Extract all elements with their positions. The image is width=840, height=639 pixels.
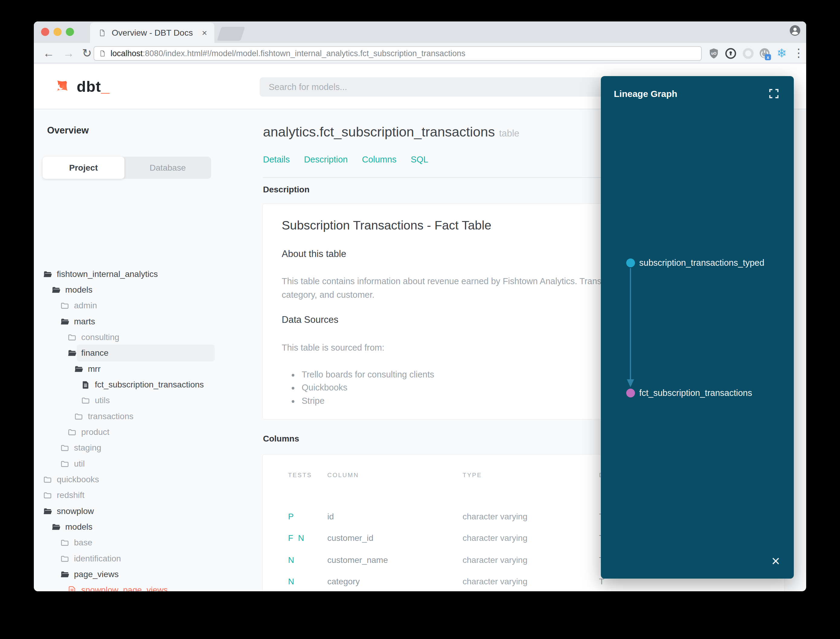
tree-item-quickbooks[interactable]: quickbooks [43,472,99,487]
tree-item-fct-subscription-transactions[interactable]: fct_subscription_transactions [81,377,204,392]
tree-item-models[interactable]: models [51,283,92,297]
tab-details[interactable]: Details [263,155,290,165]
folder-icon [67,333,77,342]
cell-column: category [327,577,360,587]
tree-item-identification[interactable]: identification [60,552,121,566]
model-file-icon [67,585,77,591]
folder-open-icon [43,507,52,516]
maximize-window-button[interactable] [66,28,74,36]
cell-column: customer_name [327,555,388,565]
page-favicon-icon [98,29,106,37]
cell-column: id [327,512,334,521]
address-bar[interactable]: localhost:8080/index.html#!/model/model.… [94,46,702,61]
tab-columns[interactable]: Columns [362,155,397,165]
folder-open-icon [67,348,77,358]
tree-item-product[interactable]: product [67,425,109,439]
model-tabs: Details Description Columns SQL [263,155,428,165]
bullet-icon [292,387,294,389]
page-icon [99,50,106,57]
lineage-node-subscription-transactions-typed[interactable]: subscription_transactions_typed [626,258,764,268]
tree-item-snowplow[interactable]: snowplow [43,504,94,518]
lineage-graph-panel: Lineage Graph subscription_transactions_… [601,76,794,579]
folder-open-icon [60,570,70,579]
tree-item-snowplow-page-views[interactable]: snowplow_page_views [67,583,168,591]
folder-open-icon [51,285,61,295]
folder-open-icon [74,364,83,374]
folder-icon [60,443,70,453]
browser-toolbar: ← → ↻ localhost:8080/index.html#!/model/… [34,43,806,64]
tree-item-admin[interactable]: admin [60,298,97,313]
tree-item-staging[interactable]: staging [60,440,101,455]
folder-open-icon [60,317,70,326]
cell-tests: F N [288,533,305,543]
tree-item-page-views[interactable]: page_views [60,567,119,582]
tree-item-transactions[interactable]: transactions [74,409,133,424]
ublock-extension-icon[interactable]: uO [708,48,720,59]
dbt-logo[interactable]: dbt_ [51,77,110,97]
source-list-item: Stripe [292,396,325,406]
tab-project[interactable]: Project [43,157,124,179]
url-host: localhost [111,49,143,58]
tree-item-util[interactable]: util [60,456,85,471]
tab-sql[interactable]: SQL [411,155,428,165]
close-tab-icon[interactable]: × [202,28,207,38]
folder-open-icon [51,523,61,532]
sidebar-title: Overview [47,125,89,136]
cell-tests: P [288,512,295,521]
snowflake-extension-icon[interactable]: ❄ [776,46,787,60]
tab-title: Overview - DBT Docs [112,28,198,38]
browser-menu-icon[interactable]: ⋮ [793,46,804,59]
tree-item-marts[interactable]: marts [60,315,95,329]
minimize-window-button[interactable] [54,28,62,36]
tree-item-snowplow-models[interactable]: models [51,520,92,534]
onepassword-extension-icon[interactable] [725,48,737,59]
cell-type: character varying [462,512,527,521]
node-dot-icon [626,259,635,267]
close-lineage-icon[interactable]: × [772,554,780,568]
folder-icon [60,459,70,469]
browser-tab-strip: Overview - DBT Docs × [34,21,806,43]
folder-icon [43,475,52,484]
url-path: :8080/index.html#!/model/model.fishtown_… [143,49,465,58]
doc-heading: Subscription Transactions - Fact Table [282,218,491,232]
tree-item-consulting[interactable]: consulting [67,330,119,345]
close-window-button[interactable] [41,28,49,36]
tab-database[interactable]: Database [124,157,211,179]
tree-item-finance[interactable]: finance [67,346,108,360]
sidebar-view-toggle: Project Database [43,157,211,179]
folder-icon [60,538,70,547]
column-header-type: TYPE [462,472,482,478]
power-extension-icon[interactable]: x [759,48,772,62]
folder-open-icon [43,270,52,279]
folder-icon [60,301,70,310]
data-sources-intro: This table is sourced from: [282,343,384,353]
description-section-label: Description [263,185,310,194]
browser-tab[interactable]: Overview - DBT Docs × [90,23,214,43]
lineage-edges [601,76,794,579]
data-sources-heading: Data Sources [282,315,338,325]
svg-text:x: x [767,55,769,60]
profile-avatar-icon[interactable] [789,25,801,36]
cell-tests: N [288,577,295,587]
folder-icon [74,412,83,421]
tree-item-utils[interactable]: utils [81,393,110,408]
tree-item-mrr[interactable]: mrr [74,362,100,376]
tree-item-fishtown-internal-analytics[interactable]: fishtown_internal_analytics [43,267,158,281]
folder-icon [67,428,77,437]
tab-description[interactable]: Description [304,155,348,165]
new-tab-button[interactable] [217,27,245,41]
tree-item-base[interactable]: base [60,536,92,550]
lineage-node-fct-subscription-transactions[interactable]: fct_subscription_transactions [626,388,752,398]
back-button[interactable]: ← [43,47,54,59]
folder-icon [60,554,70,564]
source-list-item: Quickbooks [292,383,348,393]
browser-window: Overview - DBT Docs × ← → ↻ localhost:80… [34,21,806,591]
reload-button[interactable]: ↻ [82,47,92,59]
gray-circle-extension-icon[interactable] [742,48,754,59]
cell-tests: N [288,555,295,565]
svg-text:uO: uO [711,51,716,56]
page-title: analytics.fct_subscription_transactionst… [263,124,519,140]
forward-button[interactable]: → [63,47,74,59]
model-file-icon [81,380,90,389]
tree-item-redshift[interactable]: redshift [43,488,84,502]
